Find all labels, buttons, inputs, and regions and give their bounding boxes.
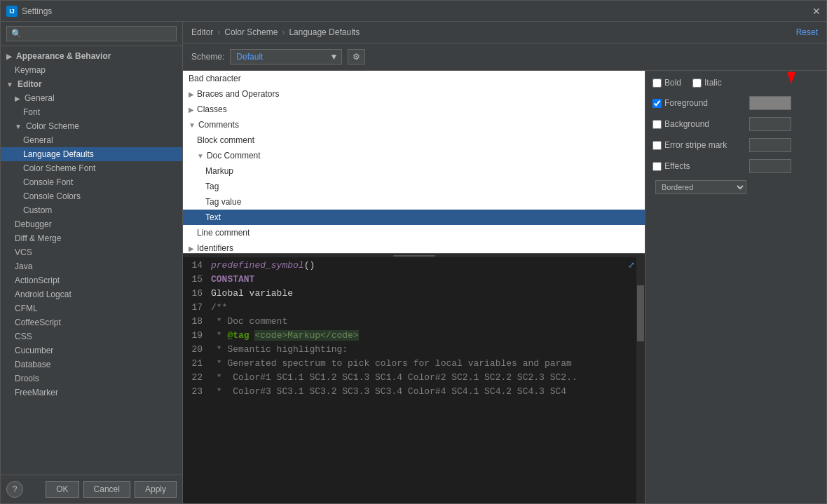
code-line-22: 22 * Color#1 SC1.1 SC1.2 SC1.3 SC1.4 Col… (183, 372, 645, 386)
sidebar-item-console-font[interactable]: Console Font (1, 175, 182, 189)
sidebar-item-color-scheme[interactable]: ▼ Color Scheme (1, 119, 182, 133)
bold-checkbox-label[interactable]: Bold (652, 78, 681, 88)
sidebar-item-cucumber[interactable]: Cucumber (1, 343, 182, 357)
dialog-bottom-bar: ? OK Cancel Apply (1, 475, 182, 503)
error-stripe-checkbox[interactable] (652, 141, 662, 150)
code-line-18: 18 * Doc comment (183, 316, 645, 330)
tree-arrow-comments: ▼ (189, 121, 196, 129)
sidebar-item-appearance-behavior[interactable]: ▶ Appearance & Behavior (1, 49, 182, 63)
expand-preview-button[interactable]: ⤢ (628, 260, 635, 270)
effects-label[interactable]: Effects (652, 161, 744, 171)
foreground-color-swatch[interactable] (749, 96, 791, 110)
help-button[interactable]: ? (6, 481, 23, 498)
sidebar-item-database[interactable]: Database (1, 357, 182, 372)
italic-checkbox[interactable] (692, 79, 702, 88)
tree-arrow-identifiers: ▶ (189, 245, 194, 252)
sidebar-item-java[interactable]: Java (1, 259, 182, 273)
sidebar-item-keymap[interactable]: Keymap (1, 63, 182, 77)
ok-button[interactable]: OK (46, 481, 78, 498)
color-scheme-arrow: ▼ (15, 123, 22, 130)
tree-braces-operators[interactable]: ▶ Braces and Operators (183, 86, 645, 102)
search-input[interactable] (6, 26, 177, 41)
code-line-20: 20 * Semantic highlighting: (183, 344, 645, 358)
bold-italic-checkboxes: Bold Italic (652, 78, 819, 88)
tree-markup[interactable]: Markup (183, 163, 645, 179)
close-button[interactable]: ✕ (812, 6, 821, 17)
foreground-row: Foreground (652, 96, 819, 110)
tree-bad-character[interactable]: Bad character (183, 71, 645, 86)
background-label[interactable]: Background (652, 119, 744, 129)
sidebar-item-android-logcat[interactable]: Android Logcat (1, 287, 182, 301)
bold-italic-row: Bold Italic (652, 78, 819, 90)
cancel-button[interactable]: Cancel (83, 481, 130, 498)
settings-window: IJ Settings ✕ ▶ Appearance & Behavior Ke… (0, 0, 827, 504)
code-line-19: 19 * @tag <code>Markup</code> (183, 330, 645, 344)
left-panel: Bad character ▶ Braces and Operators ▶ C… (183, 71, 645, 503)
code-line-21: 21 * Generated spectrum to pick colors f… (183, 358, 645, 372)
error-stripe-row: Error stripe mark (652, 138, 819, 152)
sidebar-item-font[interactable]: Font (1, 105, 182, 119)
code-scrollbar[interactable] (636, 257, 645, 503)
tree-tag-value[interactable]: Tag value (183, 194, 645, 210)
scheme-select[interactable]: Default Darcula High contrast (230, 49, 342, 64)
sidebar-item-drools[interactable]: Drools (1, 372, 182, 386)
effects-type-select[interactable]: Bordered Underscored Bold underscored St… (655, 180, 746, 194)
apply-button[interactable]: Apply (135, 481, 177, 498)
foreground-label[interactable]: Foreground (652, 98, 744, 108)
tree-arrow-braces: ▶ (189, 90, 194, 98)
bc-sep1: › (217, 27, 220, 37)
code-line-14: 14 predefined_symbol() (183, 260, 645, 274)
sidebar-item-coffeescript[interactable]: CoffeeScript (1, 315, 182, 329)
sidebar-item-diff-merge[interactable]: Diff & Merge (1, 231, 182, 245)
properties-panel: Bold Italic Foreground (645, 71, 826, 503)
tree-text[interactable]: Text (183, 210, 645, 225)
breadcrumb: Editor › Color Scheme › Language Default… (183, 22, 826, 43)
tree-doc-comment[interactable]: ▼ Doc Comment (183, 148, 645, 163)
code-line-23: 23 * Color#3 SC3.1 SC3.2 SC3.3 SC3.4 Col… (183, 386, 645, 400)
sidebar-item-freemarker[interactable]: FreeMarker (1, 386, 182, 400)
sidebar-item-language-defaults[interactable]: Language Defaults (1, 147, 182, 161)
expand-arrow-editor: ▼ (6, 81, 13, 88)
tree-tag[interactable]: Tag (183, 179, 645, 194)
tree-arrow-classes: ▶ (189, 106, 194, 114)
tree-classes[interactable]: ▶ Classes (183, 102, 645, 117)
main-content: Editor › Color Scheme › Language Default… (183, 22, 826, 503)
sidebar-item-color-scheme-font[interactable]: Color Scheme Font (1, 161, 182, 175)
bold-checkbox[interactable] (652, 79, 662, 88)
scheme-label: Scheme: (191, 52, 224, 62)
window-title: Settings (22, 6, 812, 16)
content-area: ▶ Appearance & Behavior Keymap ▼ Editor … (1, 22, 826, 503)
sidebar: ▶ Appearance & Behavior Keymap ▼ Editor … (1, 22, 183, 503)
sidebar-item-debugger[interactable]: Debugger (1, 217, 182, 231)
sidebar-item-custom[interactable]: Custom (1, 203, 182, 217)
sidebar-item-general[interactable]: ▶ General (1, 91, 182, 105)
italic-checkbox-label[interactable]: Italic (692, 78, 722, 88)
tree-block-comment[interactable]: Block comment (183, 132, 645, 148)
tree-identifiers[interactable]: ▶ Identifiers (183, 240, 645, 253)
reset-button[interactable]: Reset (796, 27, 818, 37)
sidebar-item-cfml[interactable]: CFML (1, 301, 182, 315)
title-bar: IJ Settings ✕ (1, 1, 826, 22)
tree-arrow-doc: ▼ (197, 152, 204, 160)
background-color-swatch[interactable] (749, 117, 791, 131)
tree-comments[interactable]: ▼ Comments (183, 117, 645, 132)
error-stripe-color-swatch[interactable] (749, 138, 791, 152)
scheme-row: Scheme: Default Darcula High contrast ▼ … (183, 43, 826, 71)
effects-color-swatch[interactable] (749, 159, 791, 173)
error-stripe-label[interactable]: Error stripe mark (652, 140, 744, 150)
bc-color-scheme: Color Scheme (224, 27, 278, 37)
sidebar-item-cs-general[interactable]: General (1, 133, 182, 147)
foreground-checkbox[interactable] (652, 99, 662, 108)
expand-arrow: ▶ (6, 53, 12, 60)
sidebar-item-css[interactable]: CSS (1, 329, 182, 343)
background-row: Background (652, 117, 819, 131)
code-preview: 14 predefined_symbol() 15 CONSTANT 16 (183, 257, 645, 503)
scheme-settings-button[interactable]: ⚙ (348, 49, 365, 64)
sidebar-item-actionscript[interactable]: ActionScript (1, 273, 182, 287)
sidebar-item-editor[interactable]: ▼ Editor (1, 77, 182, 91)
tree-line-comment[interactable]: Line comment (183, 225, 645, 240)
effects-checkbox[interactable] (652, 162, 662, 171)
sidebar-item-vcs[interactable]: VCS (1, 245, 182, 259)
background-checkbox[interactable] (652, 120, 662, 129)
sidebar-item-console-colors[interactable]: Console Colors (1, 189, 182, 203)
